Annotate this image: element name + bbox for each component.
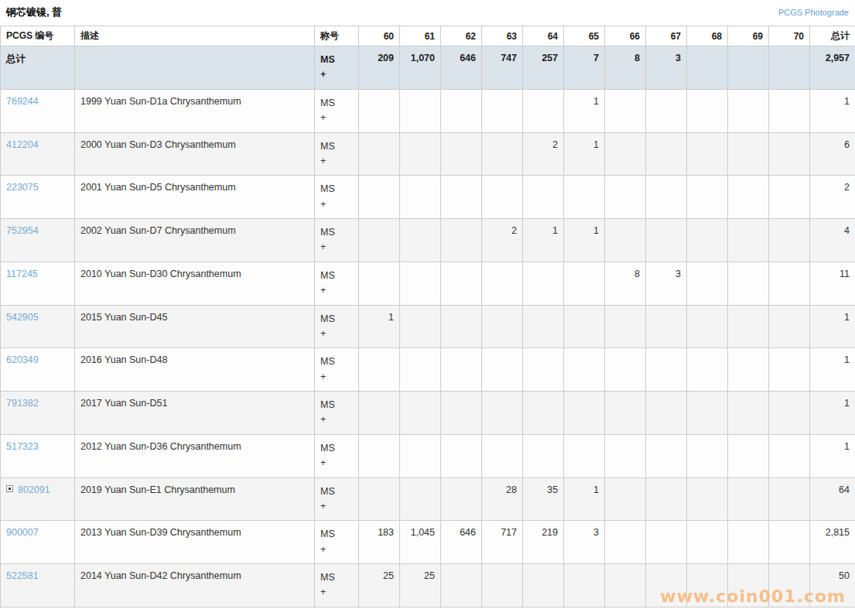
grade-count xyxy=(441,132,482,176)
column-header-grade-69: 69 xyxy=(728,26,769,46)
total-grade-count: 3 xyxy=(646,46,687,90)
grade-count xyxy=(769,477,810,521)
grade-count xyxy=(728,564,769,607)
coin-description: 2002 Yuan Sun-D7 Chrysanthemum xyxy=(75,219,315,262)
grade-count xyxy=(769,176,810,219)
pcgs-number-cell: 802091 xyxy=(1,477,75,521)
total-row: 总计 MS + 2091,070646747257783 2,957 xyxy=(1,46,855,90)
column-header-designation: 称号 xyxy=(315,26,359,46)
pcgs-number-link[interactable]: 223075 xyxy=(6,182,39,193)
total-grade-count: 257 xyxy=(523,46,564,90)
designation: MS + xyxy=(315,477,359,521)
table-row: 900007 2013 Yuan Sun-D39 Chrysanthemum M… xyxy=(1,521,855,564)
grade-count xyxy=(728,132,769,176)
pcgs-number-link[interactable]: 517323 xyxy=(6,441,39,452)
pcgs-number-cell: 522581 xyxy=(1,564,75,607)
pcgs-number-cell: 412204 xyxy=(1,132,75,176)
pcgs-number-link[interactable]: 412204 xyxy=(6,139,39,150)
designation: MS + xyxy=(315,89,359,132)
pcgs-number-link[interactable]: 752954 xyxy=(6,225,39,236)
grade-count xyxy=(564,434,605,477)
pcgs-number-link[interactable]: 802091 xyxy=(18,484,50,495)
total-row-label: 总计 xyxy=(1,46,75,90)
grade-count xyxy=(400,89,441,132)
total-row-total: 2,957 xyxy=(810,46,855,90)
designation: MS + xyxy=(315,434,359,477)
grade-count xyxy=(646,392,687,435)
grade-count xyxy=(482,564,523,607)
column-header-pcgs-number: PCGS 编号 xyxy=(1,26,75,46)
grade-count xyxy=(605,477,646,521)
grade-count xyxy=(646,132,687,176)
grade-count xyxy=(646,219,687,262)
grade-count xyxy=(482,392,523,435)
column-header-grade-65: 65 xyxy=(564,26,605,46)
grade-count xyxy=(523,392,564,435)
expand-icon[interactable] xyxy=(6,485,13,492)
grade-count xyxy=(564,564,605,607)
pcgs-number-link[interactable]: 117245 xyxy=(6,269,38,279)
grade-count xyxy=(359,176,400,219)
pcgs-number-link[interactable]: 900007 xyxy=(6,527,39,538)
pcgs-number-link[interactable]: 791382 xyxy=(6,398,39,409)
grade-count xyxy=(687,305,728,348)
column-header-grade-70: 70 xyxy=(769,26,810,46)
row-total: 1 xyxy=(810,305,855,348)
pcgs-number-link[interactable]: 522581 xyxy=(6,570,39,581)
section-header: 钢芯镀镍, 普 PCGS Photograde xyxy=(0,0,855,26)
column-header-grade-67: 67 xyxy=(646,26,687,46)
row-total: 2,815 xyxy=(810,521,855,564)
grade-count xyxy=(728,89,769,132)
grade-count xyxy=(441,434,482,477)
row-total: 6 xyxy=(810,132,855,176)
photograde-link[interactable]: PCGS Photograde xyxy=(778,8,849,17)
grade-count xyxy=(687,477,728,521)
pcgs-number-cell: 752954 xyxy=(1,219,75,262)
table-row: 522581 2014 Yuan Sun-D42 Chrysanthemum M… xyxy=(1,564,855,607)
grade-count xyxy=(400,477,441,521)
designation: MS + xyxy=(315,305,359,348)
grade-count xyxy=(523,262,564,305)
designation: MS + xyxy=(315,132,359,176)
column-header-grade-62: 62 xyxy=(441,26,482,46)
grade-count: 1 xyxy=(523,219,564,262)
grade-count xyxy=(728,392,769,435)
pcgs-number-cell: 769244 xyxy=(1,89,75,132)
row-total: 1 xyxy=(810,348,855,392)
population-table: PCGS 编号 描述 称号 6061626364656667686970 总计 … xyxy=(0,26,855,607)
pcgs-number-link[interactable]: 769244 xyxy=(6,96,39,107)
grade-count xyxy=(728,477,769,521)
coin-description: 2014 Yuan Sun-D42 Chrysanthemum xyxy=(75,564,315,607)
pcgs-number-cell: 900007 xyxy=(1,521,75,564)
grade-count xyxy=(441,305,482,348)
grade-count xyxy=(605,305,646,348)
pcgs-number-cell: 542905 xyxy=(1,305,75,348)
grade-count xyxy=(605,219,646,262)
grade-count xyxy=(441,348,482,392)
grade-count xyxy=(400,219,441,262)
column-header-grade-64: 64 xyxy=(523,26,564,46)
grade-count xyxy=(687,219,728,262)
grade-count xyxy=(400,348,441,392)
grade-count xyxy=(728,305,769,348)
grade-count xyxy=(646,564,687,607)
grade-count xyxy=(482,348,523,392)
grade-count xyxy=(646,176,687,219)
grade-count xyxy=(400,132,441,176)
pcgs-number-link[interactable]: 620349 xyxy=(6,354,39,365)
grade-count xyxy=(605,392,646,435)
grade-count xyxy=(769,89,810,132)
grade-count xyxy=(441,392,482,435)
grade-count xyxy=(728,176,769,219)
total-grade-count: 209 xyxy=(359,46,400,90)
grade-count xyxy=(605,132,646,176)
grade-count xyxy=(646,521,687,564)
row-total: 64 xyxy=(810,477,855,521)
grade-count xyxy=(769,348,810,392)
row-total: 4 xyxy=(810,219,855,262)
pcgs-number-link[interactable]: 542905 xyxy=(6,312,39,323)
grade-count xyxy=(441,176,482,219)
pcgs-population-report: 钢芯镀镍, 普 PCGS Photograde PCGS 编号 描述 称号 60… xyxy=(0,0,855,616)
grade-count: 25 xyxy=(400,564,441,607)
grade-count: 3 xyxy=(646,262,687,305)
